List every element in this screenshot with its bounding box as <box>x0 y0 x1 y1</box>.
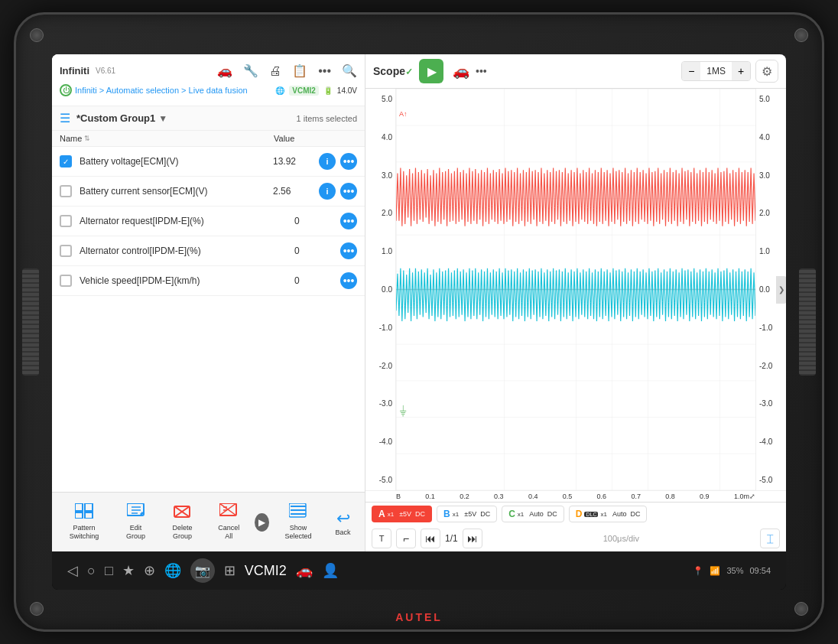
screw-bl <box>30 602 44 616</box>
wifi-icon: 🌐 <box>275 86 284 95</box>
expand-arrow[interactable]: ▶ <box>255 513 269 532</box>
search-icon[interactable]: 🔍 <box>342 63 357 78</box>
tablet-shell: Infiniti V6.61 🚗 🔧 🖨 📋 ••• 🔍 <box>14 12 824 632</box>
camera-icon[interactable]: 📷 <box>190 558 215 583</box>
printer-icon[interactable]: 🖨 <box>269 64 281 78</box>
y-axis-left: 5.0 4.0 3.0 2.0 1.0 0.0 -1.0 -2.0 -3.0 -… <box>365 89 396 490</box>
time-decrease-button[interactable]: − <box>682 62 700 80</box>
more-btn-3[interactable]: ••• <box>340 213 357 229</box>
back-icon: ↩ <box>336 509 350 529</box>
scope-waveform-svg: ⏚ <box>396 89 755 490</box>
autel-connect-icon[interactable]: 🌐 <box>164 562 181 579</box>
row-value-3: 0 <box>294 216 340 226</box>
settings-button[interactable]: ⚙ <box>755 60 778 83</box>
row-name-3: Alternator request[IPDM-E](%) <box>80 216 294 226</box>
vcmi-nav-label[interactable]: VCMI2 <box>245 563 287 579</box>
home-nav-icon[interactable]: ○ <box>87 563 96 579</box>
svg-rect-0 <box>75 503 83 511</box>
more-btn-2[interactable]: ••• <box>340 183 357 200</box>
car-icon[interactable]: 🚗 <box>217 63 232 78</box>
star-nav-icon[interactable]: ★ <box>122 562 135 579</box>
add-nav-icon[interactable]: ⊕ <box>144 562 155 579</box>
row-actions-1: i ••• <box>319 153 357 170</box>
car-diag-icon[interactable]: 🚗 <box>296 562 313 579</box>
grid-nav-icon[interactable]: ⊞ <box>224 562 235 579</box>
channel-a-button[interactable]: A x1 ±5V DC <box>372 506 432 522</box>
back-button[interactable]: ↩ Back <box>326 504 360 541</box>
more-horiz-icon[interactable]: ••• <box>318 64 331 78</box>
nav-left: ◁ ○ □ ★ ⊕ 🌐 📷 ⊞ VCMI2 🚗 👤 <box>67 558 339 583</box>
time-control: − 1MS + <box>681 61 751 81</box>
more-btn-1[interactable]: ••• <box>340 153 357 170</box>
cancel-all-button[interactable]: Cancel All <box>208 499 250 545</box>
breadcrumb-text: Infiniti > Automatic selection > Live da… <box>75 86 248 95</box>
dlc-badge: DLC <box>584 512 598 517</box>
row-checkbox-1[interactable] <box>60 155 72 168</box>
screen: Infiniti V6.61 🚗 🔧 🖨 📋 ••• 🔍 <box>52 54 786 590</box>
channel-c-button[interactable]: C x1 Auto DC <box>502 506 564 522</box>
scope-title: Scope✓ <box>373 65 413 77</box>
play-button[interactable]: ▶ <box>419 59 443 83</box>
user-nav-icon[interactable]: 👤 <box>322 562 339 579</box>
scope-bottom-controls: A x1 ±5V DC B x1 ±5V DC <box>365 502 786 551</box>
row-value-4: 0 <box>294 246 340 256</box>
back-label: Back <box>335 529 350 536</box>
delete-group-label: Delete Group <box>166 524 199 541</box>
edit-group-button[interactable]: Edit Group <box>115 499 157 545</box>
svg-rect-2 <box>75 512 83 519</box>
back-nav-icon[interactable]: ◁ <box>67 562 78 579</box>
prev-page-button[interactable]: ⏮ <box>421 529 440 548</box>
row-checkbox-3[interactable] <box>60 215 72 227</box>
info-btn-1[interactable]: i <box>319 153 336 170</box>
menu-icon[interactable]: ☰ <box>60 111 70 125</box>
cursor-button[interactable]: ⌶ <box>760 529 780 548</box>
channel-d-button[interactable]: D DLC x1 Auto DC <box>569 506 648 522</box>
battery-level: 35% <box>726 566 743 575</box>
channel-b-button[interactable]: B x1 ±5V DC <box>437 506 497 522</box>
playback-row: T ⌐ ⏮ 1/1 ⏭ 100μs/div ⌶ <box>365 525 786 551</box>
edit-group-label: Edit Group <box>121 524 151 541</box>
more-btn-5[interactable]: ••• <box>340 272 357 289</box>
scope-nav-icons: 🚗 ••• <box>453 63 487 80</box>
sort-icon[interactable]: ⇅ <box>84 135 90 142</box>
trigger-edge-button[interactable]: ⌐ <box>396 529 416 548</box>
screw-br <box>794 602 808 616</box>
row-checkbox-2[interactable] <box>60 185 72 197</box>
group-name: *Custom Group1 <box>76 112 155 124</box>
show-selected-button[interactable]: Show Selected <box>274 499 323 545</box>
dropdown-arrow-icon[interactable]: ▼ <box>158 113 167 124</box>
trigger-button[interactable]: T <box>372 529 391 548</box>
data-rows: Battery voltage[ECM](V) 13.92 i ••• Batt… <box>52 147 365 492</box>
cancel-all-icon <box>219 503 238 522</box>
page-info: 1/1 <box>445 533 458 544</box>
col-name-header: Name ⇅ <box>60 134 274 143</box>
data-table-header: ☰ *Custom Group1 ▼ 1 items selected <box>52 106 365 131</box>
more-btn-4[interactable]: ••• <box>340 242 357 259</box>
pattern-switching-button[interactable]: Pattern Switching <box>57 499 112 545</box>
nav-icons: 🚗 🔧 🖨 📋 ••• 🔍 <box>217 63 357 78</box>
grip-left <box>22 268 39 376</box>
scope-car-icon[interactable]: 🚗 <box>453 63 469 80</box>
time-increase-button[interactable]: + <box>732 62 750 80</box>
database-icon[interactable]: 📋 <box>292 63 307 78</box>
scope-area: 5.0 4.0 3.0 2.0 1.0 0.0 -1.0 -2.0 -3.0 -… <box>365 89 786 490</box>
next-page-button[interactable]: ⏭ <box>463 529 482 548</box>
scope-more-icon[interactable]: ••• <box>476 65 487 77</box>
app-header: Infiniti V6.61 🚗 🔧 🖨 📋 ••• 🔍 <box>52 54 365 106</box>
row-checkbox-4[interactable] <box>60 245 72 257</box>
row-checkbox-5[interactable] <box>60 275 72 287</box>
car-front-icon[interactable]: 🔧 <box>243 63 258 78</box>
collapse-panel-button[interactable]: ❯ <box>776 276 786 304</box>
row-value-5: 0 <box>294 275 340 286</box>
recent-nav-icon[interactable]: □ <box>105 563 113 579</box>
autel-brand: AUTEL <box>395 611 443 623</box>
right-panel: Scope✓ ▶ 🚗 ••• − 1MS + <box>365 54 786 551</box>
grip-right <box>799 268 816 376</box>
show-selected-label: Show Selected <box>280 524 317 541</box>
power-icon[interactable]: ⏻ <box>60 84 72 96</box>
ch-a-voltage-tag: A↑ <box>399 110 408 118</box>
delete-group-button[interactable]: Delete Group <box>160 499 205 545</box>
breadcrumb: ⏻ Infiniti > Automatic selection > Live … <box>60 81 357 99</box>
row-name-5: Vehicle speed[IPDM-E](km/h) <box>80 275 294 286</box>
info-btn-2[interactable]: i <box>319 183 336 200</box>
